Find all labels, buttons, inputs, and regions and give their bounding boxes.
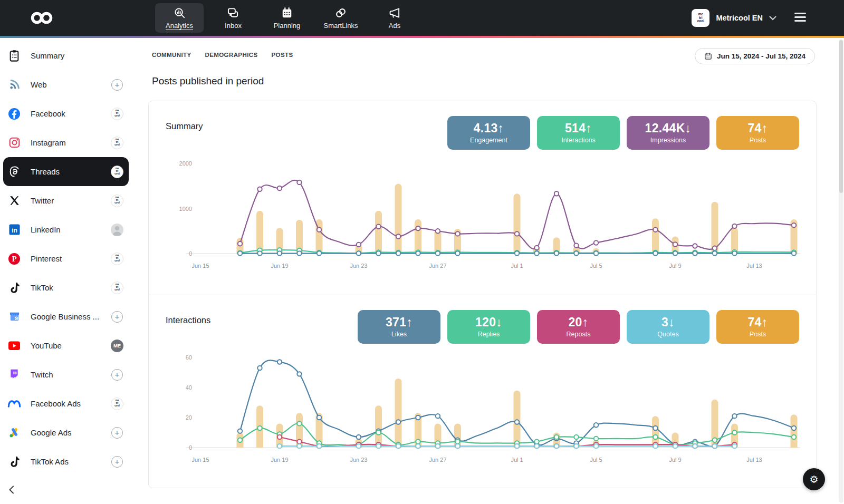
inbox-icon xyxy=(227,7,239,19)
interactions-stat-cards: 371↑Likes120↓Replies20↑Reposts3↓Quotes74… xyxy=(358,310,799,344)
summary-chart: 010002000Jun 15Jun 19Jun 23Jun 27Jul 1Ju… xyxy=(166,156,800,277)
account-avatar: metricool xyxy=(692,9,709,27)
sidebar-item-label: Threads xyxy=(31,167,111,176)
stat-card-likes[interactable]: 371↑Likes xyxy=(358,310,440,344)
scrollbar-thumb[interactable] xyxy=(839,40,843,193)
gear-icon: ⚙ xyxy=(809,473,818,486)
infinity-logo-icon xyxy=(31,10,53,26)
svg-text:G: G xyxy=(15,317,17,320)
planning-icon xyxy=(281,7,293,19)
sidebar-item-tiktok[interactable]: TikTokmetricool xyxy=(0,273,136,302)
stat-card-impressions[interactable]: 12.44K↓Impressions xyxy=(627,116,709,150)
add-connection-button[interactable]: + xyxy=(111,369,123,381)
threads-icon xyxy=(7,165,21,179)
sidebar-item-twitter[interactable]: Twittermetricool xyxy=(0,186,136,215)
stat-value: 514↑ xyxy=(565,122,592,134)
sidebar-item-summary[interactable]: Summary xyxy=(0,41,136,70)
nav-item-label: Ads xyxy=(389,22,400,30)
stat-value: 120↓ xyxy=(475,316,502,328)
sidebar-item-facebook-ads[interactable]: Facebook Adsmetricool xyxy=(0,389,136,418)
sidebar-item-tiktok-ads[interactable]: TikTok Ads+ xyxy=(0,447,136,476)
sidebar-item-youtube[interactable]: YouTubeME xyxy=(0,331,136,360)
stat-card-engagement[interactable]: 4.13↑Engagement xyxy=(447,116,530,150)
stat-value: 4.13↑ xyxy=(474,122,504,134)
svg-text:Jun 15: Jun 15 xyxy=(191,457,209,463)
add-connection-button[interactable]: + xyxy=(111,456,123,468)
nav-item-label: Analytics xyxy=(166,22,193,30)
chevron-left-icon xyxy=(7,485,16,495)
svg-text:0: 0 xyxy=(189,250,192,257)
sidebar-item-label: Pinterest xyxy=(31,254,111,263)
stat-card-replies[interactable]: 120↓Replies xyxy=(447,310,530,344)
sidebar-item-instagram[interactable]: Instagrammetricool xyxy=(0,128,136,157)
ads-icon xyxy=(388,7,401,19)
youtube-icon xyxy=(7,339,21,353)
stat-label: Posts xyxy=(750,331,766,338)
svg-text:Jun 15: Jun 15 xyxy=(191,263,209,269)
stat-card-posts[interactable]: 74↑Posts xyxy=(716,116,799,150)
sidebar-item-twitch[interactable]: Twitch+ xyxy=(0,360,136,389)
metricool-logo[interactable] xyxy=(31,10,53,26)
stat-label: Quotes xyxy=(657,331,678,338)
page-scrollbar[interactable] xyxy=(839,39,843,503)
stat-label: Posts xyxy=(750,137,766,144)
sidebar-collapse-button[interactable] xyxy=(7,485,16,497)
account-menu[interactable]: metricool Metricool EN xyxy=(692,0,776,36)
main-content: COMMUNITY DEMOGRAPHICS POSTS Jun 15, 202… xyxy=(136,38,844,504)
nav-item-planning[interactable]: Planning xyxy=(263,3,311,33)
nav-item-analytics[interactable]: Analytics xyxy=(155,3,204,33)
arrow-up-icon: ↑ xyxy=(762,121,768,135)
sidebar-item-pinterest[interactable]: PPinterestmetricool xyxy=(0,244,136,273)
stat-label: Engagement xyxy=(470,137,507,144)
twitch-icon xyxy=(7,368,21,382)
smartlinks-icon xyxy=(334,7,347,19)
tab-community[interactable]: COMMUNITY xyxy=(152,52,191,58)
nav-item-ads[interactable]: Ads xyxy=(370,3,419,33)
linkedin-icon: in xyxy=(7,223,21,237)
settings-fab[interactable]: ⚙ xyxy=(803,468,825,490)
sidebar-item-facebook[interactable]: Facebookmetricool xyxy=(0,99,136,128)
arrow-down-icon: ↓ xyxy=(685,121,692,135)
sidebar-item-threads[interactable]: Threadsmetricool xyxy=(3,157,129,186)
svg-text:Jul 1: Jul 1 xyxy=(511,263,523,269)
summary-section-title: Summary xyxy=(166,116,203,131)
sidebar-item-linkedin[interactable]: inLinkedIn xyxy=(0,215,136,244)
svg-text:Jun 23: Jun 23 xyxy=(350,457,367,463)
sidebar-item-label: Twitch xyxy=(31,370,111,379)
person-placeholder-avatar xyxy=(111,224,123,236)
metricool-account-avatar: metricool xyxy=(111,253,123,265)
hamburger-menu-icon[interactable] xyxy=(794,13,806,22)
web-rss-icon xyxy=(7,78,21,92)
svg-text:Jul 5: Jul 5 xyxy=(590,457,602,463)
stat-card-interactions[interactable]: 514↑Interactions xyxy=(537,116,620,150)
sidebar-item-google-ads[interactable]: Google Ads+ xyxy=(0,418,136,447)
nav-item-inbox[interactable]: Inbox xyxy=(209,3,257,33)
sidebar-item-web[interactable]: Web+ xyxy=(0,70,136,99)
primary-nav: AnalyticsInboxPlanningSmartLinksAds xyxy=(155,3,419,33)
me-account-avatar: ME xyxy=(111,340,123,352)
sidebar-item-google-business[interactable]: GGoogle Business ...+ xyxy=(0,302,136,331)
add-connection-button[interactable]: + xyxy=(111,427,123,439)
tiktok-icon xyxy=(7,455,21,469)
nav-item-smartlinks[interactable]: SmartLinks xyxy=(316,3,365,33)
date-range-picker[interactable]: Jun 15, 2024 - Jul 15, 2024 xyxy=(695,48,815,64)
stat-value: 74↑ xyxy=(748,122,768,134)
svg-text:2000: 2000 xyxy=(179,160,192,167)
metricool-account-avatar: metricool xyxy=(111,108,123,120)
add-connection-button[interactable]: + xyxy=(111,79,123,91)
svg-text:Jul 1: Jul 1 xyxy=(511,457,523,463)
svg-text:20: 20 xyxy=(186,414,192,421)
summary-icon xyxy=(7,49,21,63)
sidebar: SummaryWeb+FacebookmetricoolInstagrammet… xyxy=(0,38,136,504)
stat-value: 12.44K↓ xyxy=(645,122,692,134)
svg-text:40: 40 xyxy=(186,384,192,391)
add-connection-button[interactable]: + xyxy=(111,311,123,323)
svg-text:Jun 19: Jun 19 xyxy=(271,457,288,463)
stat-card-posts[interactable]: 74↑Posts xyxy=(716,310,799,344)
stat-card-reposts[interactable]: 20↑Reposts xyxy=(537,310,620,344)
stat-label: Interactions xyxy=(561,137,596,144)
tab-demographics[interactable]: DEMOGRAPHICS xyxy=(205,52,258,58)
tab-posts[interactable]: POSTS xyxy=(272,52,293,58)
stat-card-quotes[interactable]: 3↓Quotes xyxy=(627,310,709,344)
facebook-icon xyxy=(7,107,21,121)
